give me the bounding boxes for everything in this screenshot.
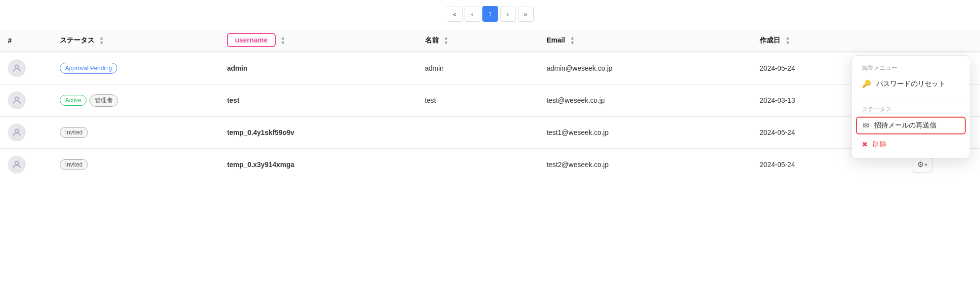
cell-name: admin xyxy=(417,52,539,85)
cell-name: test xyxy=(417,85,539,117)
cell-username: temp_0.x3y914xmga xyxy=(219,149,417,181)
status-badge: Approval Pending xyxy=(60,63,118,74)
cell-avatar xyxy=(0,85,52,117)
delete-icon: ✖ xyxy=(862,140,868,148)
cell-email: test1@weseek.co.jp xyxy=(539,117,752,149)
cell-username: temp_0.4y1skf59o9v xyxy=(219,117,417,149)
col-header-date[interactable]: 作成日 ▲▼ xyxy=(752,30,904,52)
svg-point-3 xyxy=(15,161,19,165)
pagination-last[interactable]: » xyxy=(518,6,534,22)
pagination-next[interactable]: › xyxy=(500,6,516,22)
cell-status: Invited xyxy=(52,117,219,149)
table-container: # ステータス ▲▼ username ▲▼ 名前 ▲▼ xyxy=(0,30,980,180)
table-row: Active管理者testtesttest@weseek.co.jp2024-0… xyxy=(0,85,980,117)
cell-email: test2@weseek.co.jp xyxy=(539,149,752,181)
status-badge-row: Invited xyxy=(60,127,212,138)
col-header-hash: # xyxy=(0,30,52,52)
avatar xyxy=(8,91,26,109)
dropdown-edit-label: 編集メニュー xyxy=(852,63,970,75)
col-header-action xyxy=(904,30,980,52)
col-header-email[interactable]: Email ▲▼ xyxy=(539,30,752,52)
svg-point-1 xyxy=(15,97,19,100)
avatar xyxy=(8,124,26,141)
col-header-name[interactable]: 名前 ▲▼ xyxy=(417,30,539,52)
svg-point-2 xyxy=(15,129,19,132)
status-badge-row: Active管理者 xyxy=(60,94,212,107)
pagination: « ‹ 1 › » xyxy=(0,0,980,30)
cell-avatar xyxy=(0,117,52,149)
status-badge-row: Approval Pending xyxy=(60,63,212,74)
status-badge-row: Invited xyxy=(60,159,212,170)
col-header-username[interactable]: username ▲▼ xyxy=(219,30,417,52)
pagination-current[interactable]: 1 xyxy=(482,6,498,22)
cell-status: Invited xyxy=(52,149,219,181)
sort-icon-username: ▲▼ xyxy=(280,36,285,45)
gear-button[interactable]: ⚙▾ xyxy=(912,157,933,172)
table-row: Invitedtemp_0.4y1skf59o9vtest1@weseek.co… xyxy=(0,117,980,149)
status-badge: Invited xyxy=(60,159,88,170)
pagination-prev[interactable]: ‹ xyxy=(465,6,480,22)
cell-name xyxy=(417,117,539,149)
dropdown-reset-password[interactable]: 🔑 パスワードのリセット xyxy=(852,75,970,93)
sort-icon-status: ▲▼ xyxy=(99,36,104,45)
chevron-icon: ▾ xyxy=(925,162,928,168)
key-icon: 🔑 xyxy=(862,80,871,88)
cell-status: Approval Pending xyxy=(52,52,219,85)
sort-icon-date: ▲▼ xyxy=(785,36,790,45)
mail-icon: ✉ xyxy=(863,121,869,130)
sort-icon-email: ▲▼ xyxy=(570,36,575,45)
cell-username: test xyxy=(219,85,417,117)
table-row: Approval Pendingadminadminadmin@weseek.c… xyxy=(0,52,980,85)
svg-point-0 xyxy=(15,65,19,68)
table-header-row: # ステータス ▲▼ username ▲▼ 名前 ▲▼ xyxy=(0,30,980,52)
dropdown-divider xyxy=(852,97,970,97)
status-badge: Active xyxy=(60,95,87,106)
page-wrapper: « ‹ 1 › » # ステータス ▲▼ username ▲▼ xyxy=(0,0,980,299)
status-badge: Invited xyxy=(60,127,88,138)
cell-username: admin xyxy=(219,52,417,85)
pagination-first[interactable]: « xyxy=(447,6,463,22)
dropdown-resend-invite[interactable]: ✉ 招待メールの再送信 xyxy=(856,117,966,134)
cell-status: Active管理者 xyxy=(52,85,219,117)
sort-icon-name: ▲▼ xyxy=(444,36,449,45)
dropdown-menu: 編集メニュー 🔑 パスワードのリセット ステータス ✉ 招待メールの再送信 ✖ … xyxy=(852,55,970,159)
cell-email: admin@weseek.co.jp xyxy=(539,52,752,85)
cell-avatar xyxy=(0,149,52,181)
dropdown-status-label: ステータス xyxy=(852,101,970,116)
users-table: # ステータス ▲▼ username ▲▼ 名前 ▲▼ xyxy=(0,30,980,180)
role-badge: 管理者 xyxy=(89,94,118,107)
cell-avatar xyxy=(0,52,52,85)
dropdown-delete[interactable]: ✖ 削除 xyxy=(852,135,970,153)
avatar xyxy=(8,156,26,173)
username-badge: username xyxy=(227,33,275,47)
table-row: Invitedtemp_0.x3y914xmgatest2@weseek.co.… xyxy=(0,149,980,181)
col-header-status[interactable]: ステータス ▲▼ xyxy=(52,30,219,52)
cell-name xyxy=(417,149,539,181)
cell-email: test@weseek.co.jp xyxy=(539,85,752,117)
avatar xyxy=(8,59,26,77)
gear-icon: ⚙ xyxy=(917,160,924,169)
